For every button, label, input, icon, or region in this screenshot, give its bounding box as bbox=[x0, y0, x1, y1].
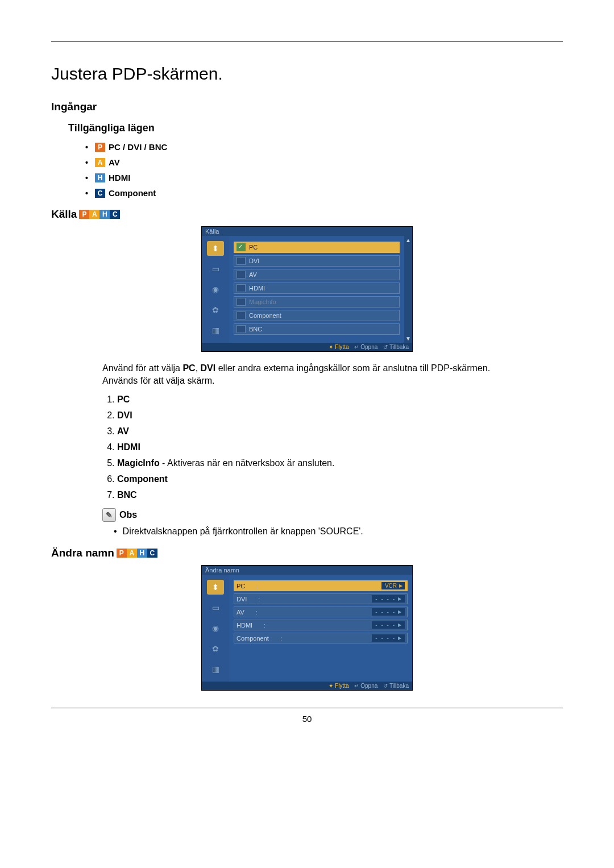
osd-main: PC: VCR▶ DVI: - - - -▶ AV: - - - -▶ HDMI… bbox=[229, 575, 412, 682]
scroll-down-icon[interactable]: ▼ bbox=[405, 335, 411, 342]
row-pre-icon bbox=[237, 298, 246, 306]
bullet-dot: • bbox=[85, 158, 88, 167]
osd-row-dvi[interactable]: DVI: - - - -▶ bbox=[234, 593, 408, 604]
mode-label: PC / DVI / BNC bbox=[109, 142, 167, 152]
osd-source: Källa ⬍ ▭ ◉ ✿ ▥ PC DVI AV HDMI MagicInfo… bbox=[201, 226, 413, 352]
c-icon: C bbox=[110, 210, 120, 219]
chevron-right-icon: ▶ bbox=[398, 596, 403, 601]
foot-back: ↺ Tillbaka bbox=[383, 344, 409, 350]
row-value: - - - -▶ bbox=[372, 595, 405, 603]
a-icon: A bbox=[127, 549, 137, 558]
osd-row-hdmi[interactable]: HDMI: - - - -▶ bbox=[234, 620, 408, 630]
osd-side-setup-icon[interactable]: ✿ bbox=[207, 302, 224, 317]
mode-item-av: • A AV bbox=[85, 157, 563, 167]
osd-footer: ✦ Flytta ↵ Öppna ↺ Tillbaka bbox=[202, 682, 412, 690]
obs-heading: ✎ Obs bbox=[102, 508, 563, 522]
bullet-dot: • bbox=[114, 526, 117, 536]
osd-side-picture-icon[interactable]: ▭ bbox=[207, 600, 224, 615]
mode-label: Component bbox=[109, 188, 156, 198]
osd-sidebar: ⬍ ▭ ◉ ✿ ▥ bbox=[202, 236, 229, 343]
row-pre-icon bbox=[237, 284, 246, 292]
h-icon: H bbox=[99, 210, 110, 219]
osd-row-component[interactable]: Component bbox=[234, 310, 400, 321]
osd-row-magicinfo[interactable]: MagicInfo bbox=[234, 296, 400, 308]
source-heading-row: Källa P A H C bbox=[51, 208, 563, 221]
osd-side-sound-icon[interactable]: ◉ bbox=[207, 621, 224, 636]
osd-row-bnc[interactable]: BNC bbox=[234, 323, 400, 335]
osd-source-wrap: Källa ⬍ ▭ ◉ ✿ ▥ PC DVI AV HDMI MagicInfo… bbox=[51, 226, 563, 352]
osd-side-setup-icon[interactable]: ✿ bbox=[207, 641, 224, 656]
top-rule bbox=[51, 41, 563, 41]
badges-pahc: P A H C bbox=[117, 549, 157, 558]
badges-pahc: P A H C bbox=[79, 210, 120, 219]
osd-title: Källa bbox=[202, 227, 412, 236]
source-item-bnc: BNC bbox=[117, 490, 563, 500]
foot-back: ↺ Tillbaka bbox=[383, 683, 409, 689]
a-icon: A bbox=[89, 210, 99, 219]
page: Justera PDP-skärmen. Ingångar Tillgängli… bbox=[0, 0, 614, 746]
section-inputs: Ingångar bbox=[51, 101, 563, 113]
h-icon: H bbox=[95, 173, 105, 182]
source-heading: Källa bbox=[51, 208, 77, 221]
source-item-component: Component bbox=[117, 474, 563, 484]
bullet-dot: • bbox=[85, 173, 88, 182]
chevron-right-icon: ▶ bbox=[398, 636, 403, 641]
source-description: Använd för att välja PC, DVI eller andra… bbox=[102, 362, 512, 387]
row-pre-icon bbox=[237, 325, 246, 333]
source-item-dvi: DVI bbox=[117, 410, 563, 421]
row-value: - - - -▶ bbox=[372, 621, 405, 629]
osd-side-input-icon[interactable]: ⬍ bbox=[207, 241, 224, 256]
p-icon: P bbox=[117, 549, 127, 558]
osd-row-av[interactable]: AV bbox=[234, 269, 400, 280]
osd-rename: Ändra namn ⬍ ▭ ◉ ✿ ▥ PC: VCR▶ DVI: bbox=[201, 565, 413, 691]
c-icon: C bbox=[147, 549, 157, 558]
row-pre-icon bbox=[237, 312, 246, 319]
a-icon: A bbox=[95, 158, 105, 167]
source-list: PC DVI AV HDMI MagicInfo - Aktiveras när… bbox=[51, 394, 563, 500]
osd-side-picture-icon[interactable]: ▭ bbox=[207, 261, 224, 276]
source-item-av: AV bbox=[117, 426, 563, 437]
source-item-magicinfo: MagicInfo - Aktiveras när en nätverksbox… bbox=[117, 458, 563, 468]
h-icon: H bbox=[137, 549, 147, 558]
row-pre-icon bbox=[237, 257, 246, 265]
osd-title: Ändra namn bbox=[202, 566, 412, 575]
osd-row-av[interactable]: AV: - - - -▶ bbox=[234, 607, 408, 617]
osd-row-component[interactable]: Component: - - - -▶ bbox=[234, 633, 408, 643]
osd-side-multi-icon[interactable]: ▥ bbox=[207, 323, 224, 338]
osd-side-sound-icon[interactable]: ◉ bbox=[207, 282, 224, 297]
chevron-right-icon: ▶ bbox=[399, 583, 403, 588]
osd-body: ⬍ ▭ ◉ ✿ ▥ PC: VCR▶ DVI: - - - -▶ bbox=[202, 575, 412, 682]
row-value: - - - -▶ bbox=[372, 634, 405, 642]
row-pre-icon bbox=[237, 271, 246, 279]
osd-footer: ✦ Flytta ↵ Öppna ↺ Tillbaka bbox=[202, 343, 412, 351]
osd-scrollbar[interactable]: ▲ ▼ bbox=[404, 236, 412, 343]
foot-open: ↵ Öppna bbox=[354, 683, 377, 689]
mode-item-hdmi: • H HDMI bbox=[85, 173, 563, 182]
foot-move: ✦ Flytta bbox=[329, 683, 349, 689]
available-modes-heading: Tillgängliga lägen bbox=[68, 122, 563, 134]
modes-list: • P PC / DVI / BNC • A AV • H HDMI • C C… bbox=[85, 142, 563, 198]
check-icon bbox=[237, 243, 246, 251]
source-item-pc: PC bbox=[117, 394, 563, 405]
bullet-dot: • bbox=[85, 143, 88, 152]
osd-row-pc[interactable]: PC bbox=[234, 242, 400, 253]
p-icon: P bbox=[79, 210, 89, 219]
row-value: VCR▶ bbox=[381, 582, 405, 589]
bullet-dot: • bbox=[85, 189, 88, 198]
mode-label: HDMI bbox=[109, 173, 130, 182]
osd-row-pc[interactable]: PC: VCR▶ bbox=[234, 580, 408, 591]
row-value: - - - -▶ bbox=[372, 608, 405, 616]
osd-rename-wrap: Ändra namn ⬍ ▭ ◉ ✿ ▥ PC: VCR▶ DVI: bbox=[51, 565, 563, 691]
foot-open: ↵ Öppna bbox=[354, 344, 377, 350]
source-item-hdmi: HDMI bbox=[117, 442, 563, 452]
mode-item-component: • C Component bbox=[85, 188, 563, 198]
osd-row-hdmi[interactable]: HDMI bbox=[234, 283, 400, 294]
osd-side-input-icon[interactable]: ⬍ bbox=[207, 580, 224, 595]
scroll-up-icon[interactable]: ▲ bbox=[405, 237, 411, 243]
osd-row-dvi[interactable]: DVI bbox=[234, 255, 400, 267]
c-icon: C bbox=[95, 189, 105, 198]
foot-move: ✦ Flytta bbox=[329, 344, 349, 350]
osd-side-multi-icon[interactable]: ▥ bbox=[207, 662, 224, 676]
mode-label: AV bbox=[109, 157, 120, 167]
rename-heading: Ändra namn bbox=[51, 547, 114, 559]
